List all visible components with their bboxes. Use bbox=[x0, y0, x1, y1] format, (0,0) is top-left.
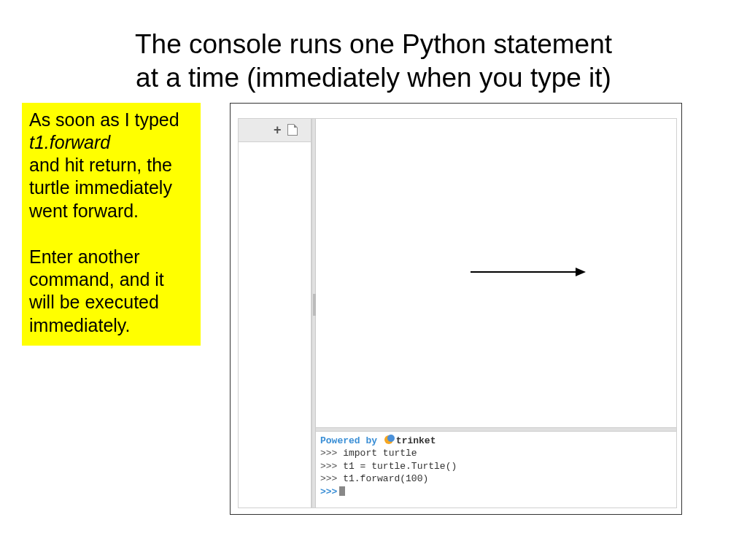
console-code: t1.forward(100) bbox=[343, 473, 428, 484]
powered-by-label: Powered by bbox=[320, 435, 377, 446]
console-line: >>> t1 = turtle.Turtle() bbox=[320, 460, 672, 473]
title-line-1: The console runs one Python statement bbox=[135, 29, 612, 59]
tab-bar: + bbox=[239, 119, 311, 142]
title-line-2: at a time (immediately when you type it) bbox=[136, 63, 611, 93]
trinket-logo-icon bbox=[384, 435, 395, 445]
editor-panel: + bbox=[239, 119, 311, 508]
prompt-active: >>> bbox=[320, 486, 337, 497]
add-tab-icon[interactable]: + bbox=[274, 123, 282, 136]
turtle-path-arrow bbox=[469, 265, 593, 279]
output-panel: Powered by trinket >>> import turtle >>>… bbox=[316, 119, 676, 508]
svg-marker-1 bbox=[576, 268, 586, 276]
prompt: >>> bbox=[320, 448, 337, 459]
note-line-1: As soon as I typed bbox=[29, 109, 193, 131]
console-active-prompt: >>> bbox=[320, 486, 672, 499]
python-console[interactable]: Powered by trinket >>> import turtle >>>… bbox=[316, 432, 676, 508]
prompt: >>> bbox=[320, 461, 337, 472]
console-line: >>> t1.forward(100) bbox=[320, 472, 672, 486]
file-icon[interactable] bbox=[287, 124, 298, 136]
console-line: >>> import turtle bbox=[320, 447, 672, 460]
note-line-3: and hit return, the turtle immediately w… bbox=[29, 154, 193, 222]
code-editor[interactable] bbox=[239, 142, 311, 508]
brand-name: trinket bbox=[396, 435, 436, 446]
trinket-app: + Powered by trinket bbox=[238, 118, 677, 508]
turtle-canvas bbox=[316, 119, 676, 427]
annotation-box: As soon as I typed t1.forward and hit re… bbox=[22, 103, 201, 346]
trinket-screenshot: + Powered by trinket bbox=[230, 103, 682, 515]
cursor-icon bbox=[339, 486, 345, 496]
console-code: import turtle bbox=[343, 448, 417, 459]
console-powered-by: Powered by trinket bbox=[320, 435, 672, 448]
note-code-ref: t1.forward bbox=[29, 131, 193, 154]
note-line-4: Enter another command, and it will be ex… bbox=[29, 246, 193, 337]
prompt: >>> bbox=[320, 473, 337, 484]
console-code: t1 = turtle.Turtle() bbox=[343, 461, 457, 472]
content-row: As soon as I typed t1.forward and hit re… bbox=[0, 96, 747, 515]
slide-title: The console runs one Python statement at… bbox=[0, 0, 747, 96]
